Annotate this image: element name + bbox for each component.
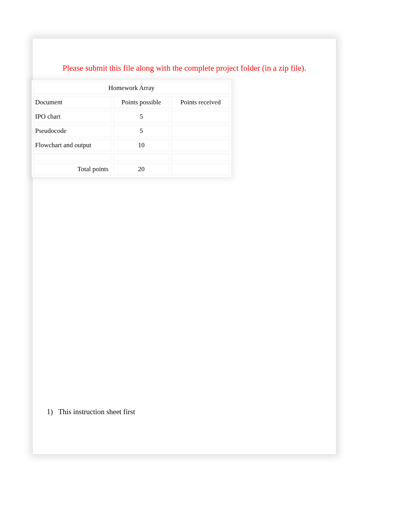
document-page: Please submit this file along with the c… xyxy=(33,39,336,454)
cell-received xyxy=(171,139,230,152)
list-item-text: This instruction sheet first xyxy=(58,408,135,416)
cell-doc: IPO chart xyxy=(33,110,112,123)
cell-received xyxy=(171,124,230,138)
grading-table-wrap: Homework Array Document Points possible … xyxy=(32,80,231,177)
cell-total-possible: 20 xyxy=(113,163,170,176)
table-row: Pseudocode 5 xyxy=(33,124,230,138)
header-points-possible: Points possible xyxy=(113,96,170,109)
cell-total-received xyxy=(171,163,230,176)
table-title-row: Homework Array xyxy=(33,82,230,95)
grading-table: Homework Array Document Points possible … xyxy=(32,80,231,177)
table-total-row: Total points 20 xyxy=(33,163,230,176)
table-row: IPO chart 5 xyxy=(33,110,230,123)
table-header-row: Document Points possible Points received xyxy=(33,96,230,109)
list-item-number: 1) xyxy=(45,408,58,416)
table-row: Flowchart and output 10 xyxy=(33,139,230,152)
table-title: Homework Array xyxy=(33,82,230,95)
instruction-list: 1) This instruction sheet first xyxy=(45,408,135,416)
cell-doc: Flowchart and output xyxy=(33,139,112,152)
cell-empty xyxy=(171,153,230,161)
header-points-received: Points received xyxy=(171,96,230,109)
notice-text: Please submit this file along with the c… xyxy=(33,63,336,73)
header-document: Document xyxy=(33,96,112,109)
cell-total-label: Total points xyxy=(33,163,112,176)
cell-possible: 10 xyxy=(113,139,170,152)
cell-empty xyxy=(113,153,170,161)
cell-empty xyxy=(33,153,112,161)
cell-possible: 5 xyxy=(113,124,170,138)
list-item: 1) This instruction sheet first xyxy=(45,408,135,416)
table-empty-row xyxy=(33,153,230,161)
cell-received xyxy=(171,110,230,123)
cell-doc: Pseudocode xyxy=(33,124,112,138)
cell-possible: 5 xyxy=(113,110,170,123)
